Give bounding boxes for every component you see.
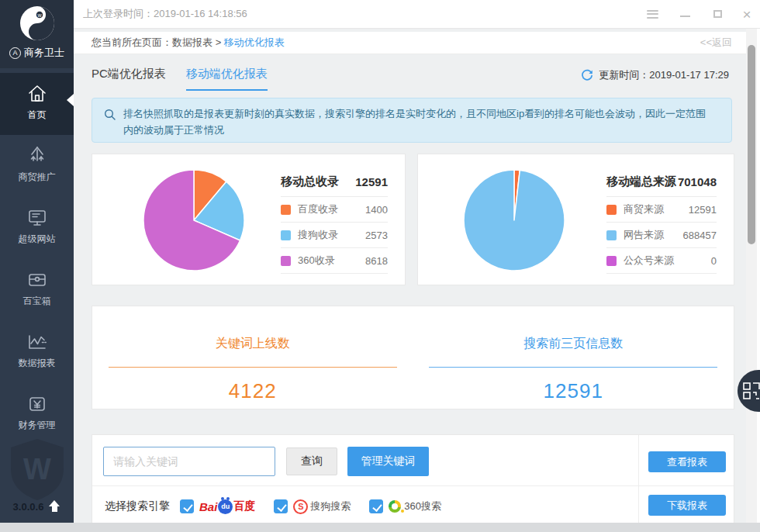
menu-icon[interactable] [639,0,665,28]
legend-label: 360收录 [298,254,365,268]
legend-value: 12591 [689,204,717,216]
close-icon[interactable]: × [734,0,760,28]
last-login-time: 上次登录时间：2019-01-16 14:18:56 [83,0,247,28]
scrollbar-thumb[interactable] [748,45,755,244]
baidu-checkbox[interactable] [180,499,194,513]
maximize-icon[interactable] [704,0,731,28]
brand-badge-icon: A [9,47,21,59]
active-item-arrow [67,94,74,106]
chart-icon [26,330,49,354]
engine-baidu: Bai du 百度 [180,499,255,514]
legend-title-label: 移动端总来源 [606,174,676,189]
legend-value: 688457 [683,230,717,241]
notice-text: 排名快照抓取的是报表更新时刻的真实数据，搜索引擎的排名是实时变化的，且不同地区i… [123,105,731,142]
legend-value: 0 [711,255,717,267]
toolbox-icon [26,268,49,292]
stat-top3-info: 搜索前三页信息数 12591 [413,306,734,409]
download-report-button[interactable]: 下载报表 [648,495,726,516]
brand-name: 商务卫士 [24,46,64,60]
sidebar-item-label: 百宝箱 [0,295,74,308]
legend-swatch [281,230,291,240]
update-time: 更新时间：2019-01-17 17:29 [599,68,729,82]
search-icon [104,109,116,121]
promotion-icon [26,144,49,168]
horizontal-divider [92,485,734,486]
brand-logo-area: w A 商务卫士 [0,0,74,68]
sidebar-item-label: 商贸推广 [0,171,74,184]
baidu-logo: Bai [199,500,217,513]
s360-logo-icon [389,500,401,513]
sidebar-item-reports[interactable]: 数据报表 [0,321,74,383]
breadcrumb-bar: 您当前所在页面：数据报表 > 移动优化报表 <<返回 [74,32,760,54]
sidebar-item-promotion[interactable]: 商贸推广 [0,135,74,197]
title-bar: 上次登录时间：2019-01-16 14:18:56 × [74,0,760,29]
legend-row: 商贸来源 12591 [606,196,717,222]
breadcrumb-separator: > [216,36,222,48]
qr-float-button[interactable] [738,370,760,412]
refresh-icon[interactable] [581,69,593,81]
legend-swatch [281,205,291,215]
legend: 移动端总来源 701048 商贸来源 12591 网告来源 688457 公众号… [606,167,717,274]
sidebar-item-label: 数据报表 [0,357,74,370]
pie-chart-mobile-sources [460,166,568,275]
stat-label: 关键词上线数 [92,336,413,352]
sogou-checkbox[interactable] [274,499,288,513]
breadcrumb-current[interactable]: 移动优化报表 [224,36,285,48]
window-right-edge [757,29,760,523]
qr-code-icon [743,382,760,399]
sidebar-item-home[interactable]: 首页 [0,73,74,135]
legend-title-value: 701048 [678,175,717,188]
pie-card-mobile-sources: 移动端总来源 701048 商贸来源 12591 网告来源 688457 公众号… [417,154,734,285]
legend-label: 网告来源 [624,228,683,242]
view-report-button[interactable]: 查看报表 [648,451,726,472]
s360-checkbox[interactable] [369,499,383,513]
update-arrow-icon[interactable] [48,500,60,513]
sidebar-item-toolbox[interactable]: 百宝箱 [0,259,74,321]
stat-value: 4122 [92,379,413,403]
back-link[interactable]: <<返回 [700,32,732,54]
pie-card-mobile-index: 移动总收录 12591 百度收录 1400 搜狗收录 2573 360收录 86… [92,154,406,285]
svg-text:W: W [23,453,51,485]
legend-swatch [281,256,291,266]
legend-value: 8618 [365,255,388,267]
legend-title-label: 移动总收录 [281,174,339,189]
stat-underline [109,367,397,368]
legend-label: 商贸来源 [624,202,689,216]
pie-chart-mobile-index [140,166,248,275]
breadcrumb-section[interactable]: 数据报表 [172,36,212,48]
breadcrumb-prefix: 您当前所在页面： [92,36,172,48]
manage-keywords-button[interactable]: 管理关键词 [347,447,429,476]
tab-mobile-report[interactable]: 移动端优化报表 [186,67,268,91]
legend-label: 搜狗收录 [298,228,365,242]
app-version: 3.0.0.6 [13,501,44,513]
window-bottom-edge [0,523,760,532]
s360-label: 360搜索 [404,499,441,513]
keyword-input[interactable] [103,447,275,476]
legend-title-value: 12591 [355,175,388,188]
breadcrumb: 您当前所在页面：数据报表 > 移动优化报表 [92,32,285,54]
sogou-logo-icon: S [293,499,308,514]
legend-value: 2573 [365,230,388,241]
legend-row: 搜狗收录 2573 [281,222,388,247]
stats-card: 关键词上线数 4122 搜索前三页信息数 12591 [92,306,734,409]
home-icon [26,82,49,105]
tab-pc-report[interactable]: PC端优化报表 [92,67,166,91]
engine-row: 选择搜索引擎 Bai du 百度 S 搜狗搜索 360搜索 [105,496,460,517]
query-button[interactable]: 查询 [286,447,337,475]
minimize-icon[interactable] [672,0,698,28]
sidebar-item-label: 财务管理 [0,419,74,432]
notice-banner: 排名快照抓取的是报表更新时刻的真实数据，搜索引擎的排名是实时变化的，且不同地区i… [92,98,732,143]
sidebar-item-label: 超级网站 [0,233,74,246]
legend-value: 1400 [365,204,388,216]
stat-keywords-online: 关键词上线数 4122 [92,306,413,409]
sidebar-item-website[interactable]: 超级网站 [0,197,74,259]
baidu-logo-cn: 百度 [233,499,255,513]
app-window: w A 商务卫士 首页 商贸推广 超级网站 [0,0,760,532]
legend: 移动总收录 12591 百度收录 1400 搜狗收录 2573 360收录 86… [281,167,388,274]
vertical-divider [638,435,639,531]
sidebar: w A 商务卫士 首页 商贸推广 超级网站 [0,0,74,532]
scrollbar-track[interactable] [746,29,757,523]
legend-row: 网告来源 688457 [606,222,717,247]
legend-swatch [606,230,617,240]
legend-row: 360收录 8618 [281,247,388,274]
